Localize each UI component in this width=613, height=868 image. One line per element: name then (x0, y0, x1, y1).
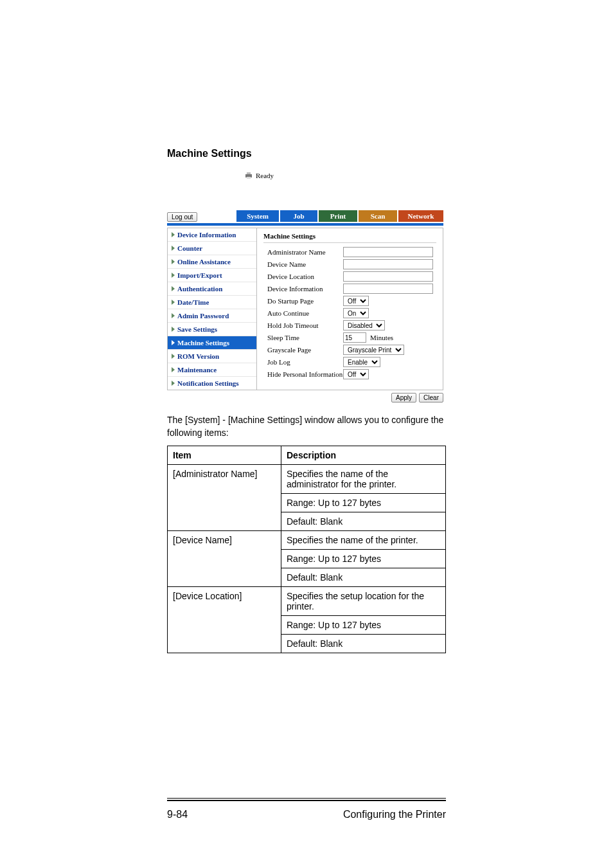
triangle-icon (172, 313, 175, 318)
admin-name-label: Administrator Name (263, 248, 343, 256)
do-startup-page-select[interactable]: Off (343, 296, 369, 306)
sidebar-item-import-export[interactable]: Import/Export (168, 268, 256, 282)
content-title: Machine Settings (263, 232, 436, 243)
tab-scan[interactable]: Scan (359, 210, 397, 222)
sidebar-item-device-information[interactable]: Device Information (168, 228, 256, 241)
sidebar-item-label: Save Settings (177, 325, 217, 333)
table-item-cell: [Device Name] (168, 531, 281, 587)
sidebar-item-label: Admin Password (177, 312, 229, 320)
sidebar-item-label: Counter (177, 244, 202, 252)
sleep-time-input[interactable] (343, 332, 366, 343)
sidebar-item-admin-password[interactable]: Admin Password (168, 309, 256, 322)
table-desc-cell: Range: Up to 127 bytes (281, 550, 446, 568)
status-text: Ready (256, 172, 274, 179)
sidebar-item-label: Machine Settings (177, 339, 229, 347)
svg-rect-1 (247, 172, 251, 174)
sidebar-item-authentication[interactable]: Authentication (168, 282, 256, 295)
triangle-icon (172, 273, 175, 278)
table-row: [Administrator Name]Specifies the name o… (168, 465, 446, 494)
table-desc-cell: Range: Up to 127 bytes (281, 616, 446, 635)
svg-rect-2 (247, 177, 251, 179)
device-location-label: Device Location (263, 273, 343, 280)
apply-button[interactable]: Apply (391, 393, 416, 402)
sleep-time-label: Sleep Time (263, 334, 343, 341)
table-item-cell: [Administrator Name] (168, 465, 281, 531)
triangle-icon (172, 354, 175, 359)
sidebar-item-label: Notification Settings (177, 379, 239, 387)
table-item-cell: [Device Location] (168, 587, 281, 653)
section-title: Machine Settings (167, 148, 446, 159)
triangle-icon (172, 340, 175, 345)
device-name-label: Device Name (263, 260, 343, 268)
triangle-icon (172, 300, 175, 305)
hold-job-timeout-select[interactable]: Disabled (343, 320, 385, 330)
table-row: [Device Name]Specifies the name of the p… (168, 531, 446, 550)
clear-button[interactable]: Clear (419, 393, 443, 402)
status-row: Ready (167, 171, 443, 181)
device-name-input[interactable] (343, 259, 433, 269)
col-description: Description (281, 446, 446, 465)
sidebar-item-date-time[interactable]: Date/Time (168, 295, 256, 309)
table-desc-cell: Specifies the name of the administrator … (281, 465, 446, 494)
sidebar-item-save-settings[interactable]: Save Settings (168, 322, 256, 336)
sidebar-item-label: Authentication (177, 285, 222, 293)
job-log-select[interactable]: Enable (343, 357, 380, 367)
tab-system[interactable]: System (236, 210, 279, 222)
table-desc-cell: Specifies the name of the printer. (281, 531, 446, 550)
hold-job-timeout-label: Hold Job Timeout (263, 321, 343, 329)
sidebar-item-counter[interactable]: Counter (168, 241, 256, 255)
admin-screenshot: Ready Log out System Job Print Scan Netw… (167, 171, 443, 402)
triangle-icon (172, 381, 175, 386)
auto-continue-select[interactable]: On (343, 308, 369, 318)
sidebar-item-rom-version[interactable]: ROM Version (168, 349, 256, 363)
table-desc-cell: Range: Up to 127 bytes (281, 494, 446, 512)
sidebar-item-maintenance[interactable]: Maintenance (168, 363, 256, 376)
triangle-icon (172, 367, 175, 372)
sidebar-item-machine-settings[interactable]: Machine Settings (168, 336, 256, 349)
hide-personal-select[interactable]: Off (343, 369, 369, 379)
printer-icon (244, 172, 253, 179)
content-pane: Machine Settings Administrator Name Devi… (257, 228, 443, 390)
description-table: Item Description [Administrator Name]Spe… (167, 446, 446, 653)
sidebar-item-notification-settings[interactable]: Notification Settings (168, 376, 256, 390)
table-desc-cell: Default: Blank (281, 568, 446, 587)
auto-continue-label: Auto Continue (263, 309, 343, 317)
chapter-title: Configuring the Printer (343, 809, 446, 820)
do-startup-page-label: Do Startup Page (263, 297, 343, 305)
grayscale-page-select[interactable]: Grayscale Print (343, 345, 404, 355)
table-desc-cell: Default: Blank (281, 635, 446, 653)
table-desc-cell: Default: Blank (281, 512, 446, 531)
sidebar: Device InformationCounterOnline Assistan… (167, 228, 257, 390)
tab-print[interactable]: Print (319, 210, 357, 222)
tab-network[interactable]: Network (398, 210, 443, 222)
triangle-icon (172, 327, 175, 332)
tab-bar: System Job Print Scan Network (236, 210, 443, 222)
tab-job[interactable]: Job (280, 210, 317, 222)
device-information-label: Device Information (263, 285, 343, 293)
triangle-icon (172, 259, 175, 264)
device-information-input[interactable] (343, 284, 433, 294)
triangle-icon (172, 232, 175, 237)
device-location-input[interactable] (343, 271, 433, 282)
table-row: [Device Location]Specifies the setup loc… (168, 587, 446, 616)
triangle-icon (172, 246, 175, 251)
triangle-icon (172, 286, 175, 291)
grayscale-page-label: Grayscale Page (263, 346, 343, 354)
job-log-label: Job Log (263, 358, 343, 366)
sidebar-item-label: ROM Version (177, 352, 219, 360)
sleep-time-unit: Minutes (370, 334, 393, 341)
footer-divider (167, 800, 446, 801)
intro-text: The [System] - [Machine Settings] window… (167, 414, 446, 439)
col-item: Item (168, 446, 281, 465)
admin-name-input[interactable] (343, 247, 433, 257)
sidebar-item-label: Device Information (177, 231, 236, 239)
sidebar-item-label: Import/Export (177, 271, 222, 279)
sidebar-item-online-assistance[interactable]: Online Assistance (168, 255, 256, 268)
sidebar-item-label: Maintenance (177, 366, 217, 374)
logout-button[interactable]: Log out (167, 212, 197, 222)
hide-personal-label: Hide Personal Information (263, 370, 343, 378)
page-number: 9-84 (167, 809, 188, 820)
table-desc-cell: Specifies the setup location for the pri… (281, 587, 446, 616)
sidebar-item-label: Online Assistance (177, 258, 231, 266)
sidebar-item-label: Date/Time (177, 298, 209, 306)
